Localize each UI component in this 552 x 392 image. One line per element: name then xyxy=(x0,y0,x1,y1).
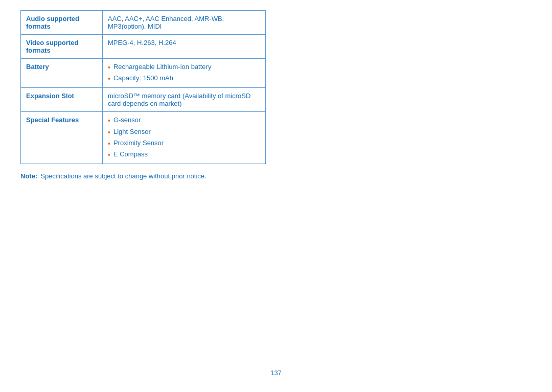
bullet-item: •Proximity Sensor xyxy=(108,139,260,148)
note-section: Note: Specifications are subject to chan… xyxy=(20,172,266,180)
bullet-dot: • xyxy=(108,63,110,72)
page-number: 137 xyxy=(270,369,282,377)
row-content: •G-sensor•Light Sensor•Proximity Sensor•… xyxy=(103,112,266,164)
bullet-text: Light Sensor xyxy=(113,128,151,135)
table-row: Video supported formatsMPEG-4, H.263, H.… xyxy=(21,35,266,59)
row-label: Battery xyxy=(21,59,103,88)
row-label: Video supported formats xyxy=(21,35,103,59)
row-content: •Rechargeable Lithium-ion battery•Capaci… xyxy=(103,59,266,88)
bullet-dot: • xyxy=(108,128,110,137)
specs-table: Audio supported formatsAAC, AAC+, AAC En… xyxy=(20,10,266,164)
row-label: Special Features xyxy=(21,112,103,164)
table-row: Audio supported formatsAAC, AAC+, AAC En… xyxy=(21,11,266,35)
bullet-dot: • xyxy=(108,116,110,125)
bullet-dot: • xyxy=(108,74,110,83)
bullet-item: •E Compass xyxy=(108,150,260,159)
bullet-text: Proximity Sensor xyxy=(113,139,164,147)
bullet-text: Rechargeable Lithium-ion battery xyxy=(113,63,212,71)
bullet-item: •Capacity: 1500 mAh xyxy=(108,74,260,83)
row-content: AAC, AAC+, AAC Enhanced, AMR-WB, MP3(opt… xyxy=(103,11,266,35)
note-text: Specifications are subject to change wit… xyxy=(40,172,206,180)
page-container: Audio supported formatsAAC, AAC+, AAC En… xyxy=(0,0,286,190)
table-row: Expansion SlotmicroSD™ memory card (Avai… xyxy=(21,88,266,112)
row-content: microSD™ memory card (Availability of mi… xyxy=(103,88,266,112)
bullet-dot: • xyxy=(108,139,110,148)
bullet-text: E Compass xyxy=(113,150,148,158)
bullet-dot: • xyxy=(108,150,110,159)
bullet-item: •G-sensor xyxy=(108,116,260,125)
row-label: Audio supported formats xyxy=(21,11,103,35)
note-label: Note: xyxy=(20,172,37,180)
row-content: MPEG-4, H.263, H.264 xyxy=(103,35,266,59)
bullet-text: Capacity: 1500 mAh xyxy=(113,74,173,82)
row-label: Expansion Slot xyxy=(21,88,103,112)
bullet-text: G-sensor xyxy=(113,116,141,124)
table-row: Battery•Rechargeable Lithium-ion battery… xyxy=(21,59,266,88)
table-row: Special Features•G-sensor•Light Sensor•P… xyxy=(21,112,266,164)
bullet-item: •Rechargeable Lithium-ion battery xyxy=(108,63,260,72)
bullet-item: •Light Sensor xyxy=(108,128,260,137)
